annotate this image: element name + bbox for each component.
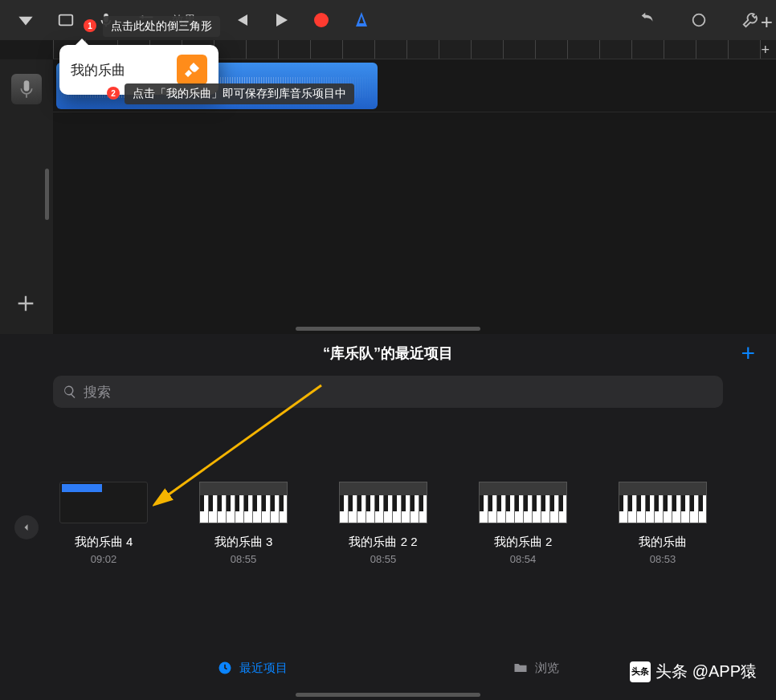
svg-point-4 [314, 13, 329, 27]
project-thumbnail-audio [59, 482, 148, 523]
search-placeholder: 搜索 [84, 383, 111, 401]
tracks-area [0, 59, 776, 334]
add-marker-button[interactable]: + [761, 42, 770, 59]
project-item[interactable]: 我的乐曲 3 08:55 [199, 482, 288, 565]
clock-icon [217, 660, 233, 676]
song-title: 我的乐曲 [71, 61, 125, 79]
menu-dropdown-button[interactable] [8, 4, 43, 36]
garageband-editor: 效果 + [0, 0, 776, 334]
loop-browser-button[interactable] [681, 4, 717, 36]
picker-title: “库乐队”的最近项目 [323, 344, 453, 363]
tab-recent-label: 最近项目 [239, 661, 288, 676]
project-thumbnail-keys [199, 482, 288, 523]
project-thumbnail-keys [479, 482, 567, 523]
undo-button[interactable] [630, 4, 665, 36]
project-time: 09:02 [91, 553, 117, 565]
add-section-button[interactable]: + [761, 10, 773, 35]
project-item[interactable]: 我的乐曲 08:53 [619, 482, 707, 565]
add-track-button[interactable] [14, 292, 37, 318]
project-time: 08:55 [370, 553, 397, 565]
annotation-callout-2: 点击「我的乐曲」即可保存到库音乐项目中 [125, 83, 354, 104]
annotation-badge-1: 1 [84, 19, 96, 32]
watermark: 头条 头条 @APP猿 [630, 661, 757, 682]
project-thumbnail-keys [619, 482, 707, 523]
projects-row: 我的乐曲 4 09:02 我的乐曲 3 08:55 我的乐曲 2 2 08:55… [0, 417, 776, 565]
view-button[interactable] [48, 4, 84, 36]
annotation-callout-1: 点击此处的倒三角形 [103, 16, 220, 37]
home-indicator [296, 327, 480, 331]
project-thumbnail-keys [339, 482, 427, 523]
recent-projects-picker: “库乐队”的最近项目 + 搜索 我的乐曲 4 09:02 我的乐曲 3 08:5… [0, 334, 776, 700]
project-name: 我的乐曲 [639, 535, 687, 550]
watermark-logo: 头条 [630, 661, 651, 682]
microphone-track-icon[interactable] [11, 74, 42, 104]
rewind-button[interactable] [227, 6, 255, 35]
svg-rect-6 [24, 80, 30, 91]
playback-controls [227, 6, 376, 35]
watermark-prefix: 头条 [656, 661, 688, 682]
metronome-button[interactable] [347, 6, 376, 35]
project-item[interactable]: 我的乐曲 2 08:54 [479, 482, 567, 565]
record-button[interactable] [307, 6, 336, 35]
picker-header: “库乐队”的最近项目 + [0, 334, 776, 372]
project-time: 08:54 [510, 553, 537, 565]
play-button[interactable] [267, 6, 296, 35]
home-indicator [296, 693, 480, 697]
tab-browse[interactable]: 浏览 [513, 660, 559, 676]
tab-browse-label: 浏览 [535, 661, 559, 676]
right-tools [630, 4, 768, 36]
search-icon [63, 385, 77, 399]
project-name: 我的乐曲 2 [494, 535, 553, 550]
project-name: 我的乐曲 2 2 [349, 535, 417, 550]
guitar-icon [177, 55, 207, 85]
svg-point-5 [693, 14, 705, 26]
watermark-handle: @APP猿 [692, 661, 757, 682]
project-time: 08:55 [231, 553, 257, 565]
annotation-badge-2: 2 [107, 87, 120, 100]
search-input[interactable]: 搜索 [53, 376, 723, 408]
project-name: 我的乐曲 4 [75, 535, 133, 550]
folder-icon [513, 660, 529, 676]
project-item[interactable]: 我的乐曲 4 09:02 [59, 482, 148, 565]
project-item[interactable]: 我的乐曲 2 2 08:55 [339, 482, 427, 565]
tab-recent[interactable]: 最近项目 [217, 660, 288, 676]
svg-rect-0 [59, 15, 73, 26]
project-time: 08:53 [650, 553, 676, 565]
project-name: 我的乐曲 3 [214, 535, 273, 550]
new-project-button[interactable]: + [741, 340, 755, 367]
volume-slider[interactable] [45, 169, 49, 220]
